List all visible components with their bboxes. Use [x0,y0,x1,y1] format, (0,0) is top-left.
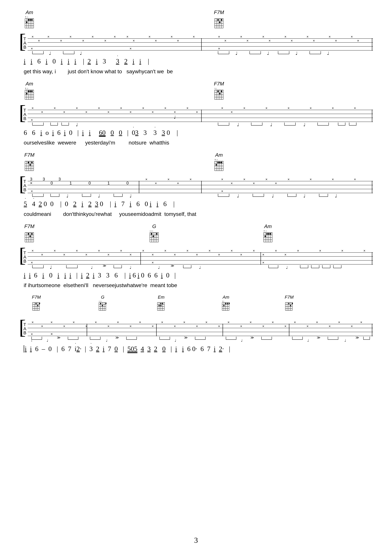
svg-point-457 [162,303,163,304]
svg-text:♩: ♩ [344,339,346,342]
svg-text:♩: ♩ [199,265,201,269]
svg-text:×: × [177,39,179,43]
svg-point-339 [268,233,270,235]
svg-text:B: B [23,187,26,192]
svg-text:×: × [85,253,87,257]
svg-text:≫: ≫ [317,336,320,339]
svg-text:×: × [31,332,33,336]
svg-text:×: × [32,320,34,324]
svg-text:×: × [357,39,359,43]
svg-text:×: × [117,320,119,324]
svg-text:×: × [63,324,65,328]
svg-text:×: × [32,35,34,39]
tab-staff-2: [ T A B × × × × × × × × × × × × × × × × … [19,102,373,126]
chord-F7M-3: F7M [24,152,35,173]
svg-text:♩: ♩ [307,339,309,342]
svg-text:×: × [262,261,264,264]
svg-text:×: × [310,177,312,181]
svg-text:×: × [313,39,315,43]
svg-text:×: × [98,106,100,110]
svg-text:×: × [120,249,122,253]
svg-point-474 [223,305,224,306]
svg-text:×: × [174,110,176,114]
svg-text:×: × [114,35,116,39]
svg-text:×: × [319,249,321,253]
svg-text:♩: ♩ [235,51,238,55]
svg-text:×: × [266,177,267,181]
tab-staff-5: [ T A B × × × × × × × × × × × × × × × × [19,316,373,343]
chord-G-4: G ○○○ [148,223,160,244]
svg-text:B: B [23,259,26,263]
svg-text:×: × [218,35,220,39]
section-4: F7M G [19,223,373,289]
svg-text:×: × [287,177,290,181]
svg-point-471 [225,303,226,304]
notation-line-3: 5· 4· 2 0 0 | 0 2 i 2 3 0 | i 7 i 6 0 i … [19,198,373,210]
svg-text:×: × [262,253,264,257]
svg-text:×: × [164,249,166,253]
svg-text:♩: ♩ [47,339,48,342]
svg-text:×: × [297,249,299,253]
svg-text:×: × [240,324,242,328]
svg-text:≫: ≫ [115,336,119,339]
svg-text:♩: ♩ [66,194,68,198]
svg-text:×: × [221,106,223,110]
tab-staff-3: [ T A B 3 3 3 × 0 1 0 1 0 × × × × × × [19,173,373,198]
svg-text:×: × [332,106,334,110]
svg-text:×: × [243,177,245,181]
svg-text:≫: ≫ [251,336,254,339]
svg-text:×: × [253,181,255,185]
svg-point-340 [270,233,271,235]
svg-point-430 [39,303,40,304]
svg-point-114 [26,93,28,94]
svg-text:×: × [209,249,211,253]
svg-text:×: × [291,39,293,43]
svg-text:×: × [73,320,75,324]
svg-text:×: × [145,177,147,181]
lyrics-line-3: couldmeani don'tthinkyou'rewhat youseemi… [19,211,373,217]
svg-text:×: × [107,110,110,114]
svg-text:×: × [50,332,53,336]
svg-text:×: × [231,110,233,114]
svg-text:×: × [262,35,264,39]
svg-text:○: ○ [27,87,28,90]
svg-point-459 [160,305,161,306]
svg-point-309 [29,235,31,237]
svg-text:×: × [31,118,33,122]
svg-text:×: × [152,324,154,328]
svg-text:♩: ♩ [286,265,288,269]
svg-text:×: × [329,324,331,328]
svg-point-307 [28,233,29,235]
tab-staff-1: [ T A B × × × × × × × × × × × × × × [19,31,373,55]
svg-text:×: × [284,35,287,39]
chord-Am-4: Am × ○ [262,223,274,244]
svg-text:×: × [47,35,49,39]
svg-text:≫: ≫ [171,264,174,268]
svg-text:♩: ♩ [303,194,305,198]
notation-line-4: i i 6 i 0 i i i | i 2 i 3 3 6 | i 6 i 0 … [19,270,373,281]
svg-point-227 [216,164,217,166]
svg-text:×: × [76,249,78,253]
svg-point-128 [221,90,222,92]
page-number: 3 [194,536,198,545]
svg-point-472 [227,303,228,304]
svg-text:×: × [231,181,233,185]
svg-text:♩: ♩ [98,194,100,198]
svg-text:×: × [54,249,56,253]
svg-text:×: × [316,320,318,324]
svg-text:♩: ♩ [130,265,131,269]
svg-point-16 [26,21,28,23]
svg-text:×: × [133,39,135,43]
svg-text:×: × [354,177,356,181]
lyrics-line-2: ourselveslike wewere yesterdayi'm notsur… [19,140,373,146]
svg-text:×: × [275,249,277,253]
svg-text:♩: ♩ [303,122,305,126]
section-3: F7M Am [19,152,373,217]
svg-text:×: × [284,253,287,257]
chord-Am-2: Am × ○ [24,81,35,101]
svg-text:×: × [31,261,33,264]
svg-text:×: × [266,106,267,110]
svg-text:×: × [196,253,198,257]
svg-text:♩: ♩ [49,51,51,55]
svg-text:B: B [23,330,26,335]
